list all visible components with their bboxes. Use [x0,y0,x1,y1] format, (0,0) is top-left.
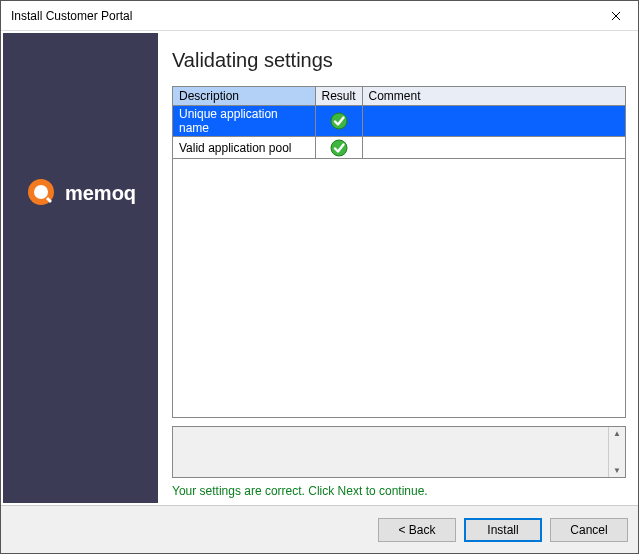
table-row[interactable]: Unique application name [173,106,625,137]
svg-point-1 [34,185,48,199]
close-icon [611,11,621,21]
scroll-down-icon[interactable]: ▼ [613,464,621,477]
details-panel: ▲ ▼ [172,426,626,478]
cell-result [315,106,362,137]
cancel-button[interactable]: Cancel [550,518,628,542]
cell-result [315,137,362,159]
cell-description: Unique application name [173,106,315,137]
brand-text: memoq [65,182,136,205]
table-row[interactable]: Valid application pool [173,137,625,159]
wizard-footer: < Back Install Cancel [1,505,638,553]
validation-grid[interactable]: Description Result Comment Unique applic… [172,86,626,418]
cell-comment [362,106,625,137]
wizard-main: Validating settings Description Result C… [158,31,638,505]
wizard-sidebar: memoq [3,33,158,503]
window-title: Install Customer Portal [11,9,593,23]
back-button[interactable]: < Back [378,518,456,542]
check-ok-icon [330,112,348,130]
details-scrollbar[interactable]: ▲ ▼ [608,427,625,477]
page-title: Validating settings [172,49,626,72]
brand-logo: memoq [25,177,136,209]
scroll-up-icon[interactable]: ▲ [613,427,621,440]
memoq-logo-icon [25,177,57,209]
install-button[interactable]: Install [464,518,542,542]
wizard-body: memoq Validating settings Description Re… [1,31,638,505]
close-button[interactable] [593,1,638,31]
svg-point-2 [331,113,347,129]
details-text [173,427,608,477]
cell-description: Valid application pool [173,137,315,159]
cell-comment [362,137,625,159]
check-ok-icon [330,139,348,157]
svg-point-3 [331,140,347,156]
grid-header-row: Description Result Comment [173,87,625,106]
col-description[interactable]: Description [173,87,315,106]
col-result[interactable]: Result [315,87,362,106]
status-message: Your settings are correct. Click Next to… [172,484,626,498]
titlebar: Install Customer Portal [1,1,638,31]
col-comment[interactable]: Comment [362,87,625,106]
